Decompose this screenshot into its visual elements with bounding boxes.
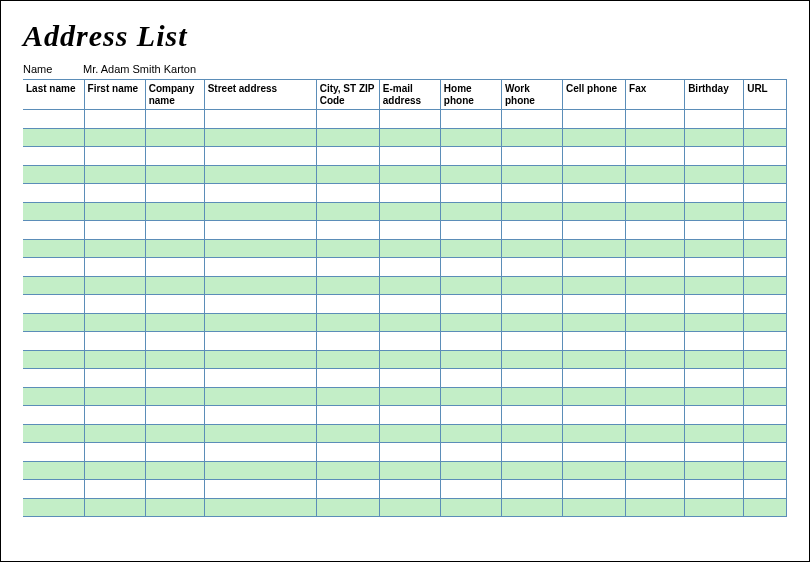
table-cell[interactable] xyxy=(744,480,787,499)
table-cell[interactable] xyxy=(440,313,501,332)
table-cell[interactable] xyxy=(204,406,316,425)
table-cell[interactable] xyxy=(744,165,787,184)
col-header-last-name[interactable]: Last name xyxy=(23,80,84,110)
table-cell[interactable] xyxy=(84,498,145,517)
table-cell[interactable] xyxy=(563,332,626,351)
table-cell[interactable] xyxy=(84,461,145,480)
table-cell[interactable] xyxy=(145,295,204,314)
table-cell[interactable] xyxy=(84,165,145,184)
table-cell[interactable] xyxy=(501,424,562,443)
table-cell[interactable] xyxy=(379,295,440,314)
table-cell[interactable] xyxy=(84,128,145,147)
table-cell[interactable] xyxy=(379,406,440,425)
table-cell[interactable] xyxy=(379,221,440,240)
table-cell[interactable] xyxy=(685,258,744,277)
table-cell[interactable] xyxy=(23,443,84,462)
table-cell[interactable] xyxy=(744,221,787,240)
table-cell[interactable] xyxy=(379,387,440,406)
table-cell[interactable] xyxy=(379,369,440,388)
col-header-company[interactable]: Company name xyxy=(145,80,204,110)
table-cell[interactable] xyxy=(626,276,685,295)
table-cell[interactable] xyxy=(316,387,379,406)
table-cell[interactable] xyxy=(563,276,626,295)
table-cell[interactable] xyxy=(685,147,744,166)
table-cell[interactable] xyxy=(145,443,204,462)
table-cell[interactable] xyxy=(23,110,84,129)
table-cell[interactable] xyxy=(84,387,145,406)
table-cell[interactable] xyxy=(440,165,501,184)
table-cell[interactable] xyxy=(440,480,501,499)
table-cell[interactable] xyxy=(744,276,787,295)
table-cell[interactable] xyxy=(440,276,501,295)
table-cell[interactable] xyxy=(204,258,316,277)
table-cell[interactable] xyxy=(23,369,84,388)
table-cell[interactable] xyxy=(316,221,379,240)
table-cell[interactable] xyxy=(316,480,379,499)
table-cell[interactable] xyxy=(379,498,440,517)
table-cell[interactable] xyxy=(626,165,685,184)
table-cell[interactable] xyxy=(501,184,562,203)
table-cell[interactable] xyxy=(685,128,744,147)
table-cell[interactable] xyxy=(440,498,501,517)
table-cell[interactable] xyxy=(440,239,501,258)
table-cell[interactable] xyxy=(563,110,626,129)
col-header-work-phone[interactable]: Work phone xyxy=(501,80,562,110)
table-cell[interactable] xyxy=(316,147,379,166)
table-cell[interactable] xyxy=(744,498,787,517)
table-cell[interactable] xyxy=(685,110,744,129)
table-cell[interactable] xyxy=(563,498,626,517)
table-cell[interactable] xyxy=(685,387,744,406)
table-cell[interactable] xyxy=(204,498,316,517)
table-cell[interactable] xyxy=(744,332,787,351)
table-cell[interactable] xyxy=(316,110,379,129)
table-cell[interactable] xyxy=(204,147,316,166)
table-cell[interactable] xyxy=(23,258,84,277)
table-cell[interactable] xyxy=(316,406,379,425)
table-cell[interactable] xyxy=(145,480,204,499)
table-cell[interactable] xyxy=(84,202,145,221)
table-cell[interactable] xyxy=(563,258,626,277)
table-cell[interactable] xyxy=(204,369,316,388)
table-cell[interactable] xyxy=(84,110,145,129)
table-cell[interactable] xyxy=(685,332,744,351)
table-cell[interactable] xyxy=(84,406,145,425)
table-cell[interactable] xyxy=(563,202,626,221)
table-cell[interactable] xyxy=(204,165,316,184)
table-cell[interactable] xyxy=(23,276,84,295)
col-header-city-zip[interactable]: City, ST ZIP Code xyxy=(316,80,379,110)
table-cell[interactable] xyxy=(379,443,440,462)
table-cell[interactable] xyxy=(204,350,316,369)
table-cell[interactable] xyxy=(145,387,204,406)
table-cell[interactable] xyxy=(626,184,685,203)
table-cell[interactable] xyxy=(626,110,685,129)
table-cell[interactable] xyxy=(145,202,204,221)
table-cell[interactable] xyxy=(84,332,145,351)
table-cell[interactable] xyxy=(145,406,204,425)
table-cell[interactable] xyxy=(379,184,440,203)
table-cell[interactable] xyxy=(440,424,501,443)
table-cell[interactable] xyxy=(440,295,501,314)
table-cell[interactable] xyxy=(23,221,84,240)
table-cell[interactable] xyxy=(440,350,501,369)
table-cell[interactable] xyxy=(23,128,84,147)
table-cell[interactable] xyxy=(626,313,685,332)
table-cell[interactable] xyxy=(145,165,204,184)
table-cell[interactable] xyxy=(84,147,145,166)
table-cell[interactable] xyxy=(501,239,562,258)
table-cell[interactable] xyxy=(626,406,685,425)
table-cell[interactable] xyxy=(563,147,626,166)
table-cell[interactable] xyxy=(316,276,379,295)
table-cell[interactable] xyxy=(744,350,787,369)
table-cell[interactable] xyxy=(744,387,787,406)
table-cell[interactable] xyxy=(501,258,562,277)
table-cell[interactable] xyxy=(440,443,501,462)
table-cell[interactable] xyxy=(685,202,744,221)
table-cell[interactable] xyxy=(501,461,562,480)
table-cell[interactable] xyxy=(145,239,204,258)
table-cell[interactable] xyxy=(501,147,562,166)
table-cell[interactable] xyxy=(626,443,685,462)
table-cell[interactable] xyxy=(744,258,787,277)
table-cell[interactable] xyxy=(379,276,440,295)
table-cell[interactable] xyxy=(316,461,379,480)
table-cell[interactable] xyxy=(563,350,626,369)
